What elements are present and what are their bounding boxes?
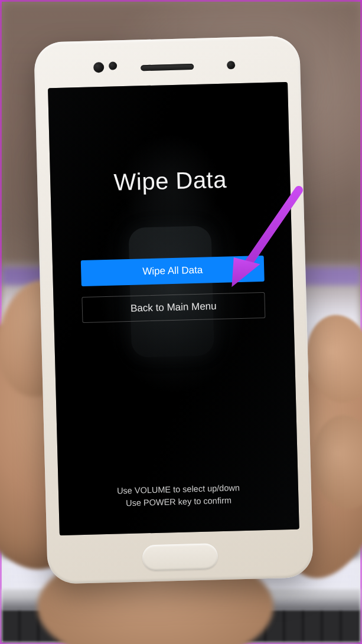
smartphone-device: Wipe Data Wipe All Data Back to Main Men…	[34, 35, 314, 584]
earpiece-speaker-icon	[141, 64, 194, 71]
wipe-all-data-button[interactable]: Wipe All Data	[81, 256, 265, 286]
page-title: Wipe Data	[113, 166, 227, 196]
back-to-main-menu-button[interactable]: Back to Main Menu	[81, 292, 265, 323]
earpiece-row	[34, 58, 300, 77]
ambient-sensor-icon	[227, 61, 235, 69]
navigation-hint: Use VOLUME to select up/down Use POWER k…	[58, 480, 299, 511]
home-button[interactable]	[142, 543, 218, 571]
phone-screen: Wipe Data Wipe All Data Back to Main Men…	[48, 82, 299, 535]
ambient-sensor	[227, 61, 235, 69]
screenshot-frame: Wipe Data Wipe All Data Back to Main Men…	[0, 0, 362, 644]
laptop-hinge	[2, 589, 360, 610]
menu-options: Wipe All Data Back to Main Menu	[81, 256, 266, 323]
recovery-menu: Wipe Data Wipe All Data Back to Main Men…	[48, 82, 299, 535]
laptop-keyboard	[2, 610, 360, 642]
